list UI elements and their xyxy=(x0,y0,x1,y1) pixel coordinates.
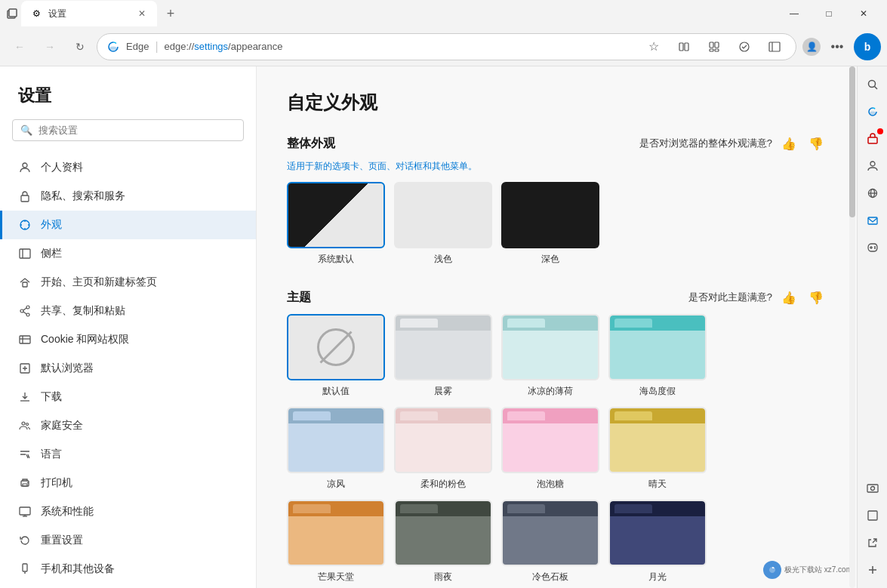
theme-card-mango-heaven[interactable]: 芒果天堂 xyxy=(287,500,385,583)
sidebar-item-default-browser[interactable]: 默认浏览器 xyxy=(0,354,256,383)
sidebar-item-cookies[interactable]: Cookie 和网站权限 xyxy=(0,325,256,354)
svg-rect-53 xyxy=(867,485,878,492)
svg-rect-23 xyxy=(20,336,30,343)
maximize-button[interactable]: □ xyxy=(812,2,846,26)
theme-card-cold-slate[interactable]: 冷色石板 xyxy=(501,500,599,583)
sidebar-item-downloads[interactable]: 下载 xyxy=(0,383,256,411)
sidebar-search-icon-btn[interactable] xyxy=(861,72,885,97)
mini-tab-morning-mist xyxy=(400,319,438,328)
back-button[interactable]: ← xyxy=(6,33,33,60)
homepage-nav-icon xyxy=(18,276,32,289)
theme-card-sunny-day[interactable]: 晴天 xyxy=(608,407,707,491)
sidebar-item-family-safety[interactable]: 家庭安全 xyxy=(0,411,256,440)
sidebar-item-share[interactable]: 共享、复制和粘贴 xyxy=(0,297,256,325)
theme-card-system-default[interactable]: 系统默认 xyxy=(287,182,385,266)
sidebar-item-sidebar[interactable]: 侧栏 xyxy=(0,239,256,268)
sidebar-external-icon-btn[interactable] xyxy=(861,531,885,555)
sidebar-item-languages[interactable]: 语言 xyxy=(0,440,256,469)
search-settings-input[interactable] xyxy=(38,125,236,136)
mini-browser-rainy-night xyxy=(396,501,491,565)
window-restore-icon[interactable] xyxy=(6,8,18,20)
theme-card-morning-mist[interactable]: 晨雾 xyxy=(394,314,492,398)
theme-row-2: 凉风 柔和的粉色 xyxy=(287,407,827,491)
title-bar: ⚙ 设置 ✕ + — □ ✕ xyxy=(0,0,887,27)
theme-card-rainy-night[interactable]: 雨夜 xyxy=(394,500,492,583)
mini-topbar-sunny-day xyxy=(610,408,705,423)
sidebar-item-reset[interactable]: 重置设置 xyxy=(0,526,256,555)
minimize-button[interactable]: — xyxy=(777,2,812,26)
sidebar-item-profile[interactable]: 个人资料 xyxy=(0,153,256,182)
languages-nav-icon xyxy=(18,448,32,461)
theme-card-dark[interactable]: 深色 xyxy=(501,182,599,266)
theme-feedback: 是否对此主题满意? 👍 👎 xyxy=(688,287,827,308)
mini-tab-mango-heaven xyxy=(293,504,331,513)
close-button[interactable]: ✕ xyxy=(846,2,881,26)
mini-content-cold-slate xyxy=(503,516,598,565)
sidebar-item-privacy[interactable]: 隐私、搜索和服务 xyxy=(0,182,256,211)
window-controls: — □ ✕ xyxy=(777,2,881,26)
sidebar-item-mobile[interactable]: 手机和其他设备 xyxy=(0,555,256,583)
bing-button[interactable]: b xyxy=(854,33,881,60)
svg-point-12 xyxy=(23,163,27,168)
theme-card-light[interactable]: 浅色 xyxy=(394,182,492,266)
sidebar-item-printer[interactable]: 打印机 xyxy=(0,469,256,497)
svg-rect-6 xyxy=(715,42,719,48)
sidebar-add-btn[interactable] xyxy=(861,558,885,582)
refresh-button[interactable]: ↻ xyxy=(66,33,94,60)
settings-heading: 设置 xyxy=(0,85,256,119)
browser-essentials-icon[interactable] xyxy=(732,35,756,59)
theme-label-icy-mint: 冰凉的薄荷 xyxy=(501,385,599,398)
sidebar-briefcase-icon-btn[interactable] xyxy=(861,127,885,151)
theme-thumbs-up[interactable]: 👍 xyxy=(778,287,799,308)
theme-card-icy-mint[interactable]: 冰凉的薄荷 xyxy=(501,314,599,398)
url-rest: /appearance xyxy=(228,41,282,52)
url-highlight: settings xyxy=(194,41,228,52)
theme-card-soft-pink[interactable]: 柔和的粉色 xyxy=(394,407,492,491)
mini-topbar-moonlight xyxy=(610,501,705,516)
svg-rect-33 xyxy=(20,507,30,515)
theme-thumbs-down[interactable]: 👎 xyxy=(805,287,827,308)
sidebar-outlook-icon-btn[interactable] xyxy=(861,208,885,232)
mini-content-moonlight xyxy=(610,516,705,565)
theme-label-cold-slate: 冷色石板 xyxy=(501,571,599,583)
settings-more-button[interactable]: ••• xyxy=(825,35,849,59)
tab-close-button[interactable]: ✕ xyxy=(136,8,148,20)
scrollbar-thumb[interactable] xyxy=(849,66,855,217)
sidebar-globe-icon-btn[interactable] xyxy=(861,181,885,205)
mobile-nav-label: 手机和其他设备 xyxy=(41,562,115,576)
sidebar-fullscreen-icon-btn[interactable] xyxy=(861,503,885,528)
theme-row-1: 默认值 晨雾 xyxy=(287,314,827,398)
sidebar-item-system[interactable]: 系统和性能 xyxy=(0,497,256,526)
sidebar-game-icon-btn[interactable] xyxy=(861,236,885,260)
overall-thumbs-up[interactable]: 👍 xyxy=(778,133,799,154)
new-tab-button[interactable]: + xyxy=(160,3,181,24)
theme-card-island-vacation[interactable]: 海岛度假 xyxy=(608,314,707,398)
sidebar-item-homepage[interactable]: 开始、主页和新建标签页 xyxy=(0,268,256,297)
sidebar-toggle-icon[interactable] xyxy=(762,35,787,59)
sidebar-edge-icon-btn[interactable] xyxy=(861,100,885,124)
read-mode-icon[interactable] xyxy=(672,35,696,59)
favorites-icon[interactable]: ☆ xyxy=(642,35,666,59)
svg-rect-7 xyxy=(710,49,713,51)
sidebar-screenshot-icon-btn[interactable] xyxy=(861,476,885,500)
active-tab[interactable]: ⚙ 设置 ✕ xyxy=(21,1,157,26)
mini-content-bubble-gum xyxy=(503,423,598,472)
system-nav-icon xyxy=(18,505,32,519)
theme-card-bubble-gum[interactable]: 泡泡糖 xyxy=(501,407,599,491)
profile-button[interactable]: 👤 xyxy=(799,35,824,59)
address-bar[interactable]: Edge | edge://settings/appearance ☆ xyxy=(97,33,796,60)
overall-feedback: 是否对浏览器的整体外观满意? 👍 👎 xyxy=(639,133,827,154)
svg-point-28 xyxy=(22,422,25,425)
theme-card-cool-breeze[interactable]: 凉风 xyxy=(287,407,385,491)
forward-button[interactable]: → xyxy=(36,33,63,60)
search-settings-box[interactable]: 🔍 xyxy=(12,119,244,141)
sidebar-profile-icon-btn[interactable] xyxy=(861,154,885,178)
theme-card-default[interactable]: 默认值 xyxy=(287,314,385,398)
collections-icon[interactable] xyxy=(702,35,726,59)
theme-label-default: 默认值 xyxy=(287,385,385,398)
sidebar-item-appearance[interactable]: 外观 xyxy=(0,211,256,239)
overall-thumbs-down[interactable]: 👎 xyxy=(805,133,827,154)
theme-card-moonlight[interactable]: 月光 xyxy=(608,500,707,583)
svg-point-2 xyxy=(109,46,117,50)
sidebar-item-accessibility[interactable]: 辅助功能 xyxy=(0,583,256,588)
